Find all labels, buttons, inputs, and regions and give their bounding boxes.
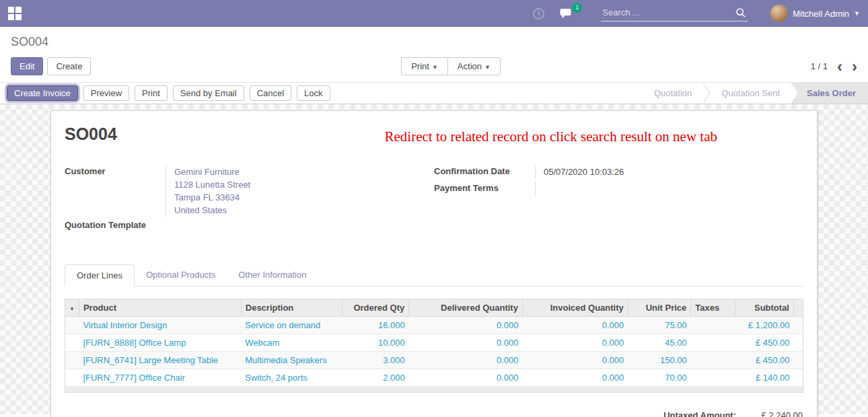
list-toggle-icon[interactable]: ▼ [69,306,75,312]
cell-taxes[interactable] [691,334,735,352]
pager-previous-icon[interactable]: ‹ [837,61,842,73]
lock-button[interactable]: Lock [297,85,330,101]
print-dropdown-button[interactable]: Print▼ [401,57,447,75]
cell-ordered-qty[interactable]: 16.000 [342,317,409,334]
top-navbar: 1 Mitchell Admin ▼ [0,0,868,27]
cell-ordered-qty[interactable]: 10.000 [342,334,409,352]
cell-invoiced-qty[interactable]: 0.000 [522,369,628,387]
order-title: SO004 [65,124,117,144]
user-name: Mitchell Admin [793,9,849,19]
cell-taxes[interactable] [691,352,735,369]
cell-ordered-qty[interactable]: 3.000 [342,352,409,369]
chevron-down-icon: ▼ [854,10,860,17]
global-search [601,6,748,22]
tab-other-information[interactable]: Other Information [227,264,318,287]
cell-description[interactable]: Multimedia Speakers [241,352,342,369]
action-dropdown-button[interactable]: Action▼ [447,57,501,75]
messages-count-badge: 1 [572,3,582,13]
chevron-down-icon: ▼ [484,64,491,71]
cell-delivered-qty[interactable]: 0.000 [409,369,523,387]
quotation-template-label: Quotation Template [65,219,166,233]
chevron-separator-icon [702,83,711,104]
cell-invoiced-qty[interactable]: 0.000 [522,334,628,352]
red-annotation-text: Redirect to related record on click sear… [385,128,717,145]
cell-product[interactable]: [FURN_6741] Large Meeting Table [79,352,241,369]
cell-taxes[interactable] [691,369,735,387]
confirmation-date-label: Confirmation Date [434,165,535,179]
customer-value[interactable]: Gemini Furniture 1128 Lunetta Street Tam… [166,165,434,217]
cell-product[interactable]: [FURN_8888] Office Lamp [79,334,241,352]
table-header-row: ▼ Product Description Ordered Qty Delive… [65,299,803,317]
activities-clock-icon[interactable] [532,7,545,20]
cell-unit-price[interactable]: 150.00 [628,352,691,369]
search-input[interactable] [602,7,735,17]
statusbar: Create Invoice Preview Print Send by Ema… [0,82,868,104]
table-row[interactable]: Virtual Interior Design Service on deman… [65,317,803,334]
cell-delivered-qty[interactable]: 0.000 [409,334,523,352]
confirmation-date-value[interactable]: 05/07/2020 10:03:26 [535,165,803,179]
col-subtotal[interactable]: Subtotal [735,299,793,317]
customer-label: Customer [65,165,166,217]
control-panel: SO004 Edit Create Print▼ Action▼ 1 / 1 ‹… [0,27,868,82]
cancel-button[interactable]: Cancel [250,85,291,101]
cell-subtotal[interactable]: £ 140.00 [735,369,793,387]
col-ordered-qty[interactable]: Ordered Qty [342,299,409,317]
cell-delivered-qty[interactable]: 0.000 [409,317,523,334]
order-totals: Untaxed Amount: £ 2,240.00 [65,410,803,417]
table-row[interactable]: [FURN_6741] Large Meeting Table Multimed… [65,352,803,369]
create-invoice-button[interactable]: Create Invoice [7,85,78,101]
edit-button[interactable]: Edit [11,57,43,75]
cell-description[interactable]: Switch, 24 ports [241,369,342,387]
payment-terms-value[interactable] [535,182,803,196]
cell-ordered-qty[interactable]: 2.000 [342,369,409,387]
table-row[interactable]: [FURN_8888] Office Lamp Webcam 10.000 0.… [65,334,803,352]
col-invoiced-quantity[interactable]: Invoiced Quantity [522,299,628,317]
quotation-template-value[interactable] [166,219,434,233]
col-delivered-quantity[interactable]: Delivered Quantity [409,299,523,317]
payment-terms-label: Payment Terms [434,182,535,196]
cell-invoiced-qty[interactable]: 0.000 [522,352,628,369]
cell-unit-price[interactable]: 70.00 [628,369,691,387]
avatar [770,5,788,22]
cell-unit-price[interactable]: 75.00 [628,317,691,334]
cell-product[interactable]: [FURN_7777] Office Chair [79,369,241,387]
col-unit-price[interactable]: Unit Price [628,299,691,317]
messages-icon[interactable]: 1 [560,7,574,20]
cell-product[interactable]: Virtual Interior Design [79,317,241,334]
col-taxes[interactable]: Taxes [691,299,735,317]
state-sales-order[interactable]: Sales Order [791,83,868,104]
create-button[interactable]: Create [47,57,91,75]
apps-menu-icon[interactable] [8,7,22,20]
table-footer-strip [65,387,803,393]
col-product[interactable]: Product [79,299,241,317]
cell-taxes[interactable] [691,317,735,334]
pager-next-icon[interactable]: › [852,61,857,73]
cell-subtotal[interactable]: £ 450.00 [735,352,793,369]
cell-invoiced-qty[interactable]: 0.000 [522,317,628,334]
cell-description[interactable]: Service on demand [241,317,342,334]
col-description[interactable]: Description [241,299,342,317]
form-view-background: SO004 Redirect to related record on clic… [0,104,868,414]
cell-unit-price[interactable]: 45.00 [628,334,691,352]
cell-subtotal[interactable]: £ 1,200.00 [735,317,793,334]
state-quotation[interactable]: Quotation [643,83,702,104]
untaxed-amount-value: £ 2,240.00 [736,410,803,417]
breadcrumb[interactable]: SO004 [11,35,857,49]
table-row[interactable]: [FURN_7777] Office Chair Switch, 24 port… [65,369,803,387]
user-menu[interactable]: Mitchell Admin ▼ [770,5,860,22]
state-quotation-sent[interactable]: Quotation Sent [711,83,791,104]
state-pipeline: Quotation Quotation Sent Sales Order [643,83,868,104]
preview-button[interactable]: Preview [83,85,129,101]
form-sheet: SO004 Redirect to related record on clic… [50,110,818,417]
chevron-down-icon: ▼ [432,64,438,71]
pager-count: 1 / 1 [811,61,828,71]
tab-optional-products[interactable]: Optional Products [135,264,227,287]
notebook-tabs: Order Lines Optional Products Other Info… [65,264,803,287]
search-icon[interactable] [735,7,746,18]
print-button[interactable]: Print [135,85,168,101]
tab-order-lines[interactable]: Order Lines [65,264,135,287]
send-by-email-button[interactable]: Send by Email [173,85,244,101]
cell-delivered-qty[interactable]: 0.000 [409,352,523,369]
cell-subtotal[interactable]: £ 450.00 [735,334,793,352]
cell-description[interactable]: Webcam [241,334,342,352]
